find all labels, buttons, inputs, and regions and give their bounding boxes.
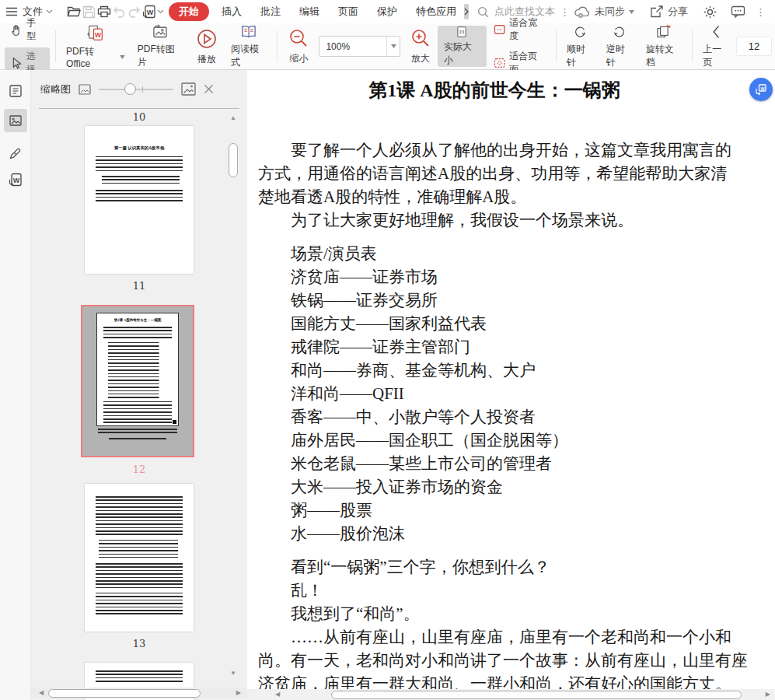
thumbnail-overflow-lines <box>109 438 166 441</box>
actual-size-button[interactable]: 1:1 实际大小 <box>438 26 487 67</box>
pdf-to-office-button[interactable]: W PDF转Office <box>60 23 131 69</box>
panel-horizontal-scrollbar[interactable]: ◀ ▶ <box>31 688 247 698</box>
horizontal-scrollbar-thumb[interactable] <box>331 691 742 699</box>
sidebar-item-export-word[interactable]: W <box>4 168 27 191</box>
document-line: 楚地看透A股的特性，准确理解A股。 <box>258 185 771 208</box>
document-line-text: 方式，用通俗的语言阐述A股的出身、功用等，希望能帮助大家清 <box>258 164 727 183</box>
divider <box>556 30 557 62</box>
document-line: 为了让大家更好地理解，我假设一个场景来说。 <box>258 208 771 232</box>
document-line: 济贫庙——证券市场 <box>258 265 771 289</box>
save-button[interactable] <box>82 2 96 21</box>
scroll-up-arrow[interactable]: ▲ <box>230 115 236 121</box>
undo-button[interactable] <box>112 2 127 21</box>
thumbnail-page-11[interactable]: 第一篇 认识真实的A股市场 <box>85 126 194 274</box>
thumbnail-text-lines <box>96 496 183 537</box>
thumbnail-text-lines <box>99 540 178 560</box>
menu-tab[interactable]: 特色应用 <box>407 2 466 21</box>
rotate-clockwise-icon <box>568 23 592 40</box>
reading-mode-button[interactable]: 阅读模式 <box>225 23 274 69</box>
close-icon[interactable] <box>204 84 214 94</box>
actual-size-label: 实际大小 <box>444 40 480 67</box>
document-line-text: 为了让大家更好地理解，我假设一个场景来说。 <box>291 211 634 229</box>
sidebar-item-outline[interactable] <box>4 79 27 103</box>
document-line: 和尚——券商、基金等机构、大户 <box>258 359 771 382</box>
document-line-text: 场景/演员表 <box>291 244 377 263</box>
outline-list-icon <box>8 83 23 99</box>
redo-button[interactable] <box>127 2 141 21</box>
thumbnail-text-lines <box>96 190 183 204</box>
fit-width-label: 适合宽度 <box>509 16 545 43</box>
menu-tab[interactable]: 开始 <box>169 2 209 21</box>
document-horizontal-scrollbar[interactable]: ◀ ▶ <box>247 689 775 700</box>
thumbnail-size-slider[interactable] <box>99 83 173 96</box>
menu-tab[interactable]: 批注 <box>251 2 290 21</box>
pdf-to-office-icon: W <box>84 23 107 43</box>
thumbnail-text-lines <box>96 563 183 590</box>
more-options-icon[interactable]: ⋮ <box>756 6 766 18</box>
menu-tab[interactable]: 页面 <box>329 2 368 21</box>
sync-status-button[interactable]: 未同步 <box>570 2 638 21</box>
document-line: 粥——股票 <box>258 499 771 522</box>
play-label: 播放 <box>197 53 216 66</box>
thumbnail-text-lines <box>102 176 180 186</box>
scroll-right-arrow[interactable]: ▶ <box>236 690 241 696</box>
rotate-counterclockwise-button[interactable]: 逆时针 <box>600 23 640 69</box>
zoom-in-button[interactable]: 放大 <box>403 23 438 69</box>
scroll-left-arrow[interactable]: ◀ <box>275 691 280 698</box>
hand-tool-button[interactable]: 手型 <box>5 14 50 45</box>
printer-icon <box>96 4 112 19</box>
thumbnail-text-lines <box>108 342 172 398</box>
pdf-to-image-button[interactable]: PDF转图片 <box>131 23 189 69</box>
word-pages-icon: W <box>755 83 767 96</box>
rotate-document-button[interactable]: 旋转文档 <box>640 23 689 69</box>
quickbar-more-button[interactable] <box>157 2 164 21</box>
thumbnail-page-12-selected[interactable]: 第1课 A股的前世今生：一锅粥 <box>81 305 194 457</box>
document-line-text: 国能方丈——国家利益代表 <box>291 314 487 333</box>
document-line: ……从前有座山，山里有座庙，庙里有一个老和尚和一个小和 <box>258 625 771 649</box>
horizontal-scrollbar-thumb[interactable] <box>48 689 201 698</box>
share-button[interactable]: 分享 <box>646 2 692 21</box>
page-number-input[interactable] <box>736 37 772 56</box>
book-icon <box>236 23 261 40</box>
sidebar-item-signature[interactable] <box>4 142 27 165</box>
export-word-button[interactable]: W <box>141 2 157 21</box>
save-icon <box>82 5 96 19</box>
scroll-right-arrow[interactable]: ▶ <box>766 691 770 698</box>
document-line: 米仓老鼠——某些上市公司的管理者 <box>258 452 771 475</box>
zoom-out-button[interactable]: 缩小 <box>281 23 316 69</box>
zoom-level-combobox[interactable]: 100% <box>319 36 400 57</box>
document-line-text: 济贫庙——证券市场 <box>291 268 438 286</box>
scroll-down-arrow[interactable]: ▼ <box>230 670 236 677</box>
divider <box>692 30 693 62</box>
play-button[interactable]: 播放 <box>189 23 225 69</box>
slider-knob[interactable] <box>124 83 136 95</box>
menu-tab[interactable]: 保护 <box>368 2 407 21</box>
image-small-icon <box>79 84 91 95</box>
search-more-icon[interactable]: ⋮ <box>560 6 570 18</box>
thumbnail-overflow-lines <box>98 429 177 436</box>
fit-width-button[interactable]: 适合宽度 <box>488 14 550 45</box>
thumbnail-page-13[interactable] <box>85 484 194 632</box>
convert-to-word-float-button[interactable]: W <box>749 78 773 101</box>
sidebar-item-thumbnails[interactable] <box>4 109 27 132</box>
open-file-button[interactable] <box>66 2 82 21</box>
rotate-clockwise-button[interactable]: 顺时针 <box>560 23 600 69</box>
scroll-left-arrow[interactable]: ◀ <box>39 690 44 696</box>
previous-page-button[interactable]: 上一页 <box>696 23 736 69</box>
zoom-level-dropdown[interactable] <box>386 37 400 56</box>
feedback-button[interactable] <box>728 2 748 21</box>
menu-tab[interactable]: 编辑 <box>290 2 329 21</box>
export-word-icon: W <box>141 4 157 19</box>
document-line-text: 水——股价泡沫 <box>291 524 405 543</box>
settings-button[interactable] <box>700 2 720 21</box>
ribbon-expander-button[interactable] <box>464 4 469 19</box>
menu-tab-label: 插入 <box>222 5 242 17</box>
menu-tab[interactable]: 插入 <box>212 2 251 21</box>
document-line-text: 戒律院——证券主管部门 <box>291 338 470 356</box>
vertical-scrollbar-thumb[interactable] <box>229 143 238 177</box>
rotate-document-label: 旋转文档 <box>646 43 682 69</box>
print-button[interactable] <box>96 2 112 21</box>
gear-icon <box>703 5 717 19</box>
document-line: 铁锅——证券交易所 <box>258 289 771 312</box>
folder-open-icon <box>66 4 82 19</box>
